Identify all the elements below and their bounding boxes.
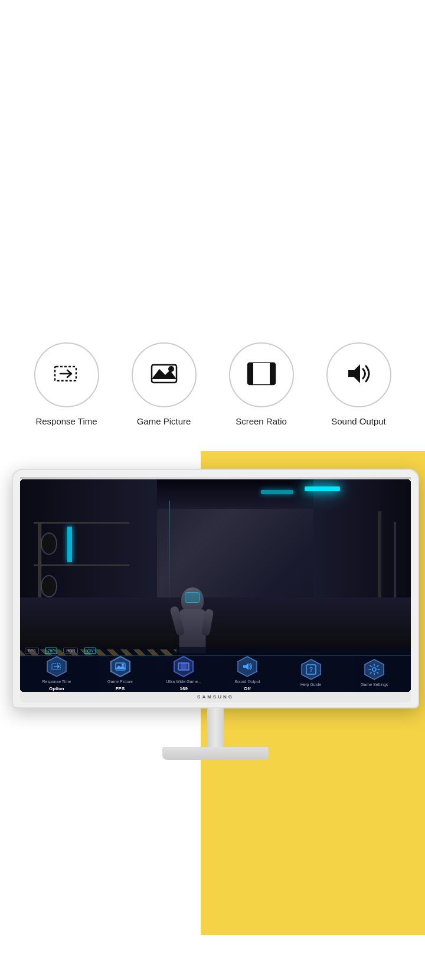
game-picture-feature: Game Picture bbox=[118, 342, 210, 427]
response-time-icon bbox=[51, 358, 82, 391]
osd-ultra-wide-top-label: Ultra Wide Game... bbox=[166, 680, 201, 684]
svg-point-15 bbox=[122, 664, 124, 666]
osd-item-response-time: Response Time Option bbox=[26, 653, 87, 691]
monitor-section: FPS 780 HDR ON bbox=[0, 451, 425, 981]
svg-point-25 bbox=[372, 668, 376, 671]
osd-hex-response-time bbox=[45, 655, 68, 678]
stand-neck bbox=[207, 708, 224, 747]
osd-settings-top-label: Game Settings bbox=[361, 682, 388, 687]
osd-sound-bottom-label: Off bbox=[244, 686, 251, 691]
features-icons-section: Response Time Game Picture bbox=[0, 331, 425, 451]
osd-sound-top-label: Sound Output bbox=[234, 680, 260, 684]
char-arm-right bbox=[201, 609, 214, 636]
monitor-wrapper: FPS 780 HDR ON bbox=[12, 469, 419, 760]
monitor-chin: SAMSUNG bbox=[20, 692, 411, 703]
screen-ratio-circle bbox=[229, 342, 294, 407]
game-picture-circle bbox=[132, 342, 197, 407]
accent-light-left bbox=[67, 527, 72, 562]
game-background: FPS 780 HDR ON bbox=[20, 479, 411, 692]
monitor-stand bbox=[12, 708, 419, 760]
svg-rect-18 bbox=[181, 663, 187, 670]
svg-marker-20 bbox=[243, 663, 249, 670]
samsung-logo: SAMSUNG bbox=[197, 694, 234, 700]
svg-rect-7 bbox=[253, 363, 270, 384]
stand-base bbox=[162, 747, 269, 760]
game-character bbox=[169, 577, 216, 654]
svg-marker-8 bbox=[348, 364, 360, 383]
osd-response-time-bottom-label: Option bbox=[49, 686, 64, 691]
osd-item-ultra-wide: Ultra Wide Game... 169 bbox=[153, 653, 214, 691]
accent-light-top bbox=[305, 486, 340, 491]
osd-hex-game-settings bbox=[363, 658, 385, 681]
game-picture-label: Game Picture bbox=[137, 416, 191, 427]
osd-hex-sound-output bbox=[236, 655, 259, 678]
osd-hex-ultra-wide bbox=[172, 655, 195, 678]
osd-menu-bar: Response Time Option bbox=[20, 655, 411, 692]
osd-game-picture-bottom-label: FPS bbox=[116, 686, 125, 691]
top-white-space bbox=[0, 0, 425, 331]
osd-hex-help-guide: ? bbox=[300, 658, 322, 681]
response-time-circle bbox=[34, 342, 99, 407]
osd-help-top-label: Help Guide bbox=[300, 682, 321, 687]
screen-ratio-feature: Screen Ratio bbox=[215, 342, 307, 427]
svg-point-4 bbox=[168, 366, 174, 372]
osd-item-help-guide: ? Help Guide bbox=[280, 656, 342, 691]
monitor-screen: FPS 780 HDR ON bbox=[20, 479, 411, 692]
char-visor bbox=[185, 592, 200, 603]
screen-ratio-label: Screen Ratio bbox=[236, 416, 287, 427]
osd-item-game-picture: Game Picture FPS bbox=[90, 653, 151, 691]
game-picture-icon bbox=[149, 358, 179, 391]
char-arm-left bbox=[169, 606, 185, 636]
response-time-feature: Response Time bbox=[21, 342, 112, 427]
osd-item-game-settings: Game Settings bbox=[344, 656, 405, 691]
monitor-body: FPS 780 HDR ON bbox=[12, 469, 419, 708]
sound-output-label: Sound Output bbox=[331, 416, 386, 427]
osd-item-sound-output: Sound Output Off bbox=[217, 653, 278, 691]
sound-output-circle bbox=[326, 342, 391, 407]
osd-ultra-wide-bottom-label: 169 bbox=[180, 686, 188, 691]
char-head bbox=[181, 587, 204, 612]
osd-hex-game-picture bbox=[109, 655, 132, 678]
response-time-label: Response Time bbox=[35, 416, 97, 427]
sound-output-icon bbox=[344, 358, 374, 391]
osd-game-picture-top-label: Game Picture bbox=[107, 680, 133, 684]
sound-output-feature: Sound Output bbox=[313, 342, 404, 427]
osd-response-time-top-label: Response Time bbox=[42, 680, 71, 684]
svg-text:?: ? bbox=[309, 667, 312, 673]
screen-ratio-icon bbox=[246, 358, 277, 391]
